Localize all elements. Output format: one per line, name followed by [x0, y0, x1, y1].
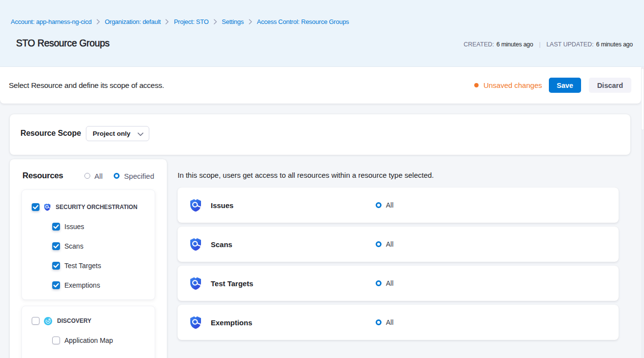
- group-checkbox[interactable]: [32, 317, 40, 325]
- resource-type-label: Application Map: [64, 337, 113, 344]
- breadcrumb-chevron-icon: [249, 19, 252, 24]
- resource-access-row: Exemptions All: [178, 305, 619, 340]
- radio-option-all[interactable]: All: [84, 172, 103, 180]
- discovery-icon: [44, 317, 52, 325]
- radio-icon: [376, 280, 382, 286]
- radio-icon: [376, 241, 382, 247]
- breadcrumb: Account: app-harness-ng-cicdOrganization…: [11, 18, 349, 25]
- resource-access-label: All: [386, 279, 394, 287]
- resource-access-label: All: [386, 240, 394, 248]
- check-icon: [52, 223, 60, 231]
- radio-option-label: Specified: [124, 172, 154, 180]
- resources-heading: Resources: [22, 171, 63, 181]
- sto-shield-icon: [44, 203, 51, 211]
- created-label: CREATED:: [463, 41, 494, 48]
- resource-access-row: Issues All: [178, 188, 619, 223]
- resource-type-row: Scans: [22, 236, 155, 256]
- sto-shield-icon: [190, 237, 201, 251]
- resource-type-label: Issues: [64, 223, 84, 231]
- toolbar-description: Select Resource and define its scope of …: [9, 81, 164, 90]
- resource-access-radio[interactable]: All: [376, 240, 394, 248]
- resource-groups-page: Account: app-harness-ng-cicdOrganization…: [0, 0, 644, 358]
- resources-panel-header: Resources All Specified: [10, 159, 167, 181]
- resource-access-label: All: [386, 318, 394, 326]
- resource-type-group-row: SECURITY ORCHESTRATION: [22, 197, 155, 217]
- breadcrumb-chevron-icon: [165, 19, 169, 24]
- resource-access-radio[interactable]: All: [376, 318, 394, 326]
- resource-type-row: Test Targets: [22, 256, 155, 275]
- resource-type-checkbox[interactable]: [52, 223, 60, 231]
- breadcrumb-link-1[interactable]: Account: app-harness-ng-cicd: [11, 18, 92, 25]
- resource-type-label: Scans: [64, 242, 83, 250]
- check-icon: [52, 242, 60, 250]
- radio-icon: [376, 319, 382, 325]
- resource-row-label: Issues: [211, 201, 234, 210]
- breadcrumb-link-5[interactable]: Access Control: Resource Groups: [257, 18, 349, 25]
- resource-access-radio[interactable]: All: [376, 279, 394, 287]
- resource-access-row: Scans All: [178, 227, 619, 262]
- resource-type-label: Exemptions: [64, 281, 100, 289]
- resources-filter-radio-group: All Specified: [84, 172, 154, 180]
- radio-icon: [84, 173, 90, 179]
- resource-row-label: Scans: [211, 240, 232, 249]
- scope-description: In this scope, users get access to all r…: [178, 171, 434, 179]
- resource-type-checkbox[interactable]: [52, 281, 60, 289]
- resource-access-label: All: [386, 201, 394, 209]
- breadcrumb-chevron-icon: [214, 19, 217, 24]
- sto-shield-icon: [190, 276, 201, 290]
- resource-type-checkbox[interactable]: [52, 262, 60, 270]
- group-label: DISCOVERY: [57, 317, 91, 324]
- unsaved-changes-label: Unsaved changes: [483, 81, 542, 89]
- chevron-down-icon: [138, 132, 143, 136]
- group-label: SECURITY ORCHESTRATION: [56, 204, 138, 211]
- resource-access-row: Test Targets All: [178, 266, 619, 301]
- resource-scope-selected-value: Project only: [93, 130, 130, 137]
- resource-type-label: Test Targets: [64, 262, 101, 270]
- resource-row-label: Test Targets: [211, 279, 253, 288]
- resource-type-checkbox[interactable]: [52, 242, 60, 250]
- scrollbar-thumb[interactable]: [642, 68, 644, 130]
- resource-type-row: Exemptions: [22, 275, 155, 295]
- last-updated-value: 6 minutes ago: [596, 41, 633, 48]
- resource-access-radio[interactable]: All: [376, 201, 394, 209]
- unsaved-changes-dot-icon: [474, 83, 479, 87]
- check-icon: [32, 203, 40, 211]
- toolbar-actions: Unsaved changes Save Discard: [474, 78, 631, 93]
- page-title: STO Resource Groups: [16, 38, 109, 49]
- breadcrumb-link-2[interactable]: Organization: default: [105, 18, 161, 25]
- resource-scope-label: Resource Scope: [20, 129, 81, 138]
- resource-type-group-card: DISCOVERY Application Map: [21, 306, 155, 358]
- check-icon: [52, 262, 60, 270]
- discard-button[interactable]: Discard: [589, 78, 631, 93]
- resource-type-row: Application Map: [22, 331, 155, 350]
- resource-type-checkbox[interactable]: [52, 337, 60, 344]
- save-button[interactable]: Save: [549, 78, 581, 93]
- resource-type-row: Issues: [22, 217, 155, 236]
- radio-option-specified[interactable]: Specified: [114, 172, 154, 180]
- breadcrumb-link-4[interactable]: Settings: [222, 18, 244, 25]
- resource-type-group-card: SECURITY ORCHESTRATION Issues Scans Test…: [21, 190, 155, 300]
- action-toolbar: Select Resource and define its scope of …: [0, 67, 641, 104]
- radio-icon: [114, 173, 120, 179]
- last-updated-label: LAST UPDATED:: [546, 41, 594, 48]
- breadcrumb-link-3[interactable]: Project: STO: [174, 18, 208, 25]
- radio-option-label: All: [95, 172, 103, 180]
- resource-scope-card: Resource Scope Project only: [10, 114, 630, 155]
- group-checkbox[interactable]: [32, 203, 40, 211]
- sto-shield-icon: [190, 316, 201, 329]
- resource-scope-select[interactable]: Project only: [86, 126, 149, 141]
- sto-shield-icon: [190, 198, 201, 212]
- created-value: 6 minutes ago: [497, 41, 533, 48]
- header-meta: CREATED: 6 minutes ago | LAST UPDATED: 6…: [463, 41, 633, 48]
- resource-row-label: Exemptions: [211, 318, 252, 327]
- resource-type-group-row: DISCOVERY: [22, 311, 155, 331]
- breadcrumb-chevron-icon: [97, 19, 100, 24]
- page-header: Account: app-harness-ng-cicdOrganization…: [0, 0, 644, 67]
- resources-panel: Resources All Specified SECURITY ORCHEST…: [10, 159, 167, 358]
- meta-separator: |: [539, 41, 541, 48]
- check-icon: [52, 281, 60, 289]
- radio-icon: [376, 202, 382, 208]
